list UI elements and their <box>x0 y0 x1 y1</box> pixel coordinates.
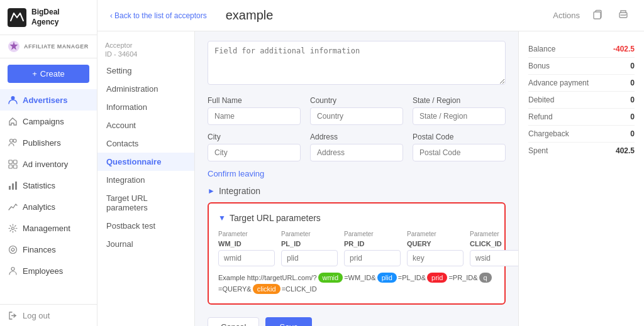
param-clickid-bottom: CLICK_ID <box>470 240 518 247</box>
sidebar-item-publishers-label: Publishers <box>23 138 61 148</box>
confirm-leaving-link[interactable]: Confirm leaving <box>208 169 506 178</box>
tag-clickid: clickid <box>253 284 280 294</box>
svg-rect-11 <box>15 182 17 190</box>
submenu-questionnaire[interactable]: Questionnaire <box>97 153 194 171</box>
campaigns-icon <box>8 116 18 126</box>
example-prid-text: =PR_ID& <box>448 274 477 281</box>
topbar-actions: Actions <box>553 6 631 24</box>
svg-rect-5 <box>9 160 13 164</box>
right-panel: Balance -402.5 Bonus 0 Advance payment 0… <box>518 31 644 326</box>
row-name-country-state: Full Name Country State / Region <box>208 96 506 125</box>
submenu-contacts[interactable]: Contacts <box>97 134 194 153</box>
city-group: City <box>208 133 301 161</box>
create-button[interactable]: + Create <box>8 65 89 83</box>
finances-icon <box>8 244 18 254</box>
param-clickid-top: Parameter <box>470 231 518 237</box>
sidebar-nav: Advertisers Campaigns Publishers Ad inve… <box>0 89 97 304</box>
sidebar-item-publishers[interactable]: Publishers <box>0 132 97 153</box>
sidebar-item-statistics[interactable]: Statistics <box>0 175 97 196</box>
stat-advance-label: Advance payment <box>528 79 589 87</box>
country-input[interactable] <box>310 107 403 125</box>
integration-section-header[interactable]: ► Integration <box>208 186 506 196</box>
submenu-setting[interactable]: Setting <box>97 62 194 80</box>
sidebar-item-analytics-label: Analytics <box>23 202 55 212</box>
fullname-input[interactable] <box>208 107 301 125</box>
submenu-postback-test[interactable]: Postback test <box>97 217 194 235</box>
param-prid-bottom: PR_ID <box>344 240 401 247</box>
sidebar-item-management[interactable]: Management <box>0 217 97 239</box>
submenu-target-url[interactable]: Target URL parameters <box>97 189 194 217</box>
submenu-integration[interactable]: Integration <box>97 171 194 189</box>
param-plid-top: Parameter <box>281 231 338 237</box>
sidebar-item-employees[interactable]: Employees <box>0 260 97 281</box>
content-layout: Acceptor ID - 34604 Setting Administrati… <box>97 31 644 326</box>
param-prid-input[interactable] <box>344 250 401 266</box>
stat-bonus-label: Bonus <box>528 62 550 70</box>
address-group: Address <box>310 133 403 161</box>
sidebar-item-advertisers[interactable]: Advertisers <box>0 89 97 111</box>
sidebar-item-employees-label: Employees <box>23 266 63 276</box>
submenu-administration[interactable]: Administration <box>97 80 194 98</box>
additional-info-textarea[interactable] <box>208 41 506 85</box>
stat-spent-value: 402.5 <box>616 146 635 155</box>
stat-chargeback: Chargeback 0 <box>528 126 635 143</box>
cancel-button[interactable]: Cancel <box>208 317 259 326</box>
logout-item[interactable]: Log out <box>0 305 97 326</box>
sidebar: BigDeal Agency AFFILIATE MANAGER + Creat… <box>0 0 97 326</box>
affiliate-label: AFFILIATE MANAGER <box>24 43 89 50</box>
stat-advance: Advance payment 0 <box>528 75 635 92</box>
city-input[interactable] <box>208 144 301 161</box>
address-input[interactable] <box>310 144 403 161</box>
params-row: Parameter WM_ID Parameter PL_ID Paramete… <box>218 231 495 266</box>
affiliate-badge: AFFILIATE MANAGER <box>0 35 97 58</box>
submenu-account[interactable]: Account <box>97 116 194 134</box>
postal-input[interactable] <box>413 144 506 161</box>
submenu-information[interactable]: Information <box>97 98 194 116</box>
integration-toggle-icon: ► <box>208 187 215 195</box>
stat-balance-value: -402.5 <box>613 45 635 53</box>
sidebar-item-analytics[interactable]: Analytics <box>0 196 97 217</box>
param-wmid-top: Parameter <box>218 231 275 237</box>
svg-point-13 <box>9 246 16 253</box>
sidebar-item-campaigns[interactable]: Campaigns <box>0 111 97 132</box>
example-line: Example http://targetURL.com/? wmid =WM_… <box>218 273 495 294</box>
row-city-address-postal: City Address Postal Code <box>208 133 506 161</box>
param-clickid: Parameter CLICK_ID <box>470 231 518 266</box>
sidebar-item-finances-label: Finances <box>23 245 56 254</box>
postal-label: Postal Code <box>413 133 506 141</box>
create-label: Create <box>40 69 65 79</box>
param-plid: Parameter PL_ID <box>281 231 338 266</box>
sidebar-bottom: Log out <box>0 304 97 326</box>
param-query-input[interactable] <box>407 250 464 266</box>
submenu: Acceptor ID - 34604 Setting Administrati… <box>97 31 195 326</box>
stat-chargeback-label: Chargeback <box>528 129 569 138</box>
tag-plid: plid <box>377 273 397 283</box>
statistics-icon <box>8 180 18 190</box>
tag-prid: prid <box>427 273 447 283</box>
submenu-journal[interactable]: Journal <box>97 235 194 253</box>
sidebar-item-ad-inventory[interactable]: Ad inventory <box>0 153 97 175</box>
acceptor-id: ID - 34604 <box>97 50 194 62</box>
form-area: Full Name Country State / Region City <box>195 31 518 326</box>
stat-spent: Spent 402.5 <box>528 143 635 159</box>
target-url-box: ▼ Target URL parameters Parameter WM_ID … <box>208 202 506 305</box>
print-button[interactable] <box>615 6 631 24</box>
svg-point-14 <box>11 267 14 270</box>
example-clickid-text: =CLICK_ID <box>282 285 317 293</box>
affiliate-icon <box>8 40 20 53</box>
back-link[interactable]: ‹ Back to the list of acceptors <box>110 11 207 20</box>
copy-button[interactable] <box>589 6 606 24</box>
city-label: City <box>208 133 301 141</box>
param-plid-input[interactable] <box>281 250 338 266</box>
state-input[interactable] <box>413 107 506 125</box>
save-button[interactable]: Save <box>265 317 312 326</box>
target-label: Target URL parameters <box>230 213 321 223</box>
topbar: ‹ Back to the list of acceptors example … <box>97 0 644 31</box>
sidebar-item-finances[interactable]: Finances <box>0 239 97 260</box>
example-query-text: =QUERY& <box>218 285 252 293</box>
svg-rect-8 <box>13 165 17 168</box>
back-link-text: Back to the list of acceptors <box>114 11 207 20</box>
param-clickid-input[interactable] <box>470 250 518 266</box>
param-wmid-input[interactable] <box>218 250 275 266</box>
country-label: Country <box>310 96 403 105</box>
